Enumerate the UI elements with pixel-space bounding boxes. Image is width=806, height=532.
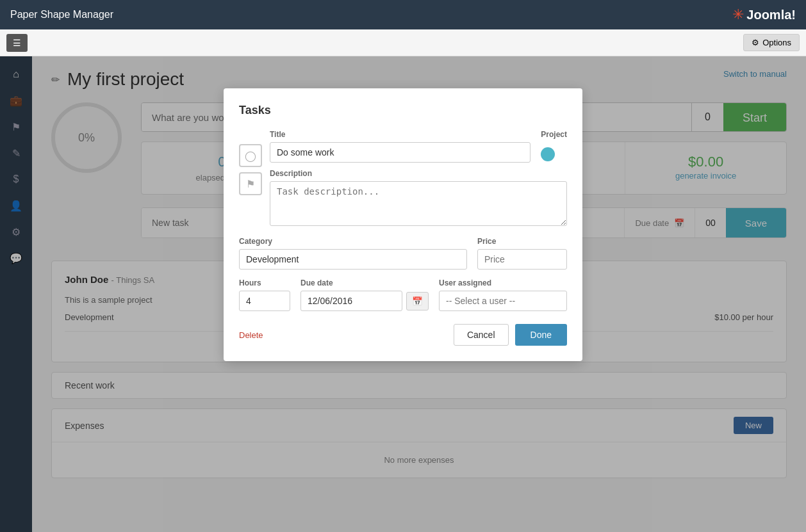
- due-date-group: Due date 📅: [300, 278, 429, 311]
- options-button[interactable]: ⚙ Options: [743, 34, 800, 51]
- project-group: Project: [541, 130, 567, 161]
- user-assigned-input[interactable]: [439, 291, 567, 311]
- modal-overlay: Tasks ◯ ⚑ Title Project: [0, 56, 806, 532]
- title-group: Title: [270, 130, 530, 163]
- category-price-row: Category Price: [239, 237, 567, 270]
- calendar-picker-button[interactable]: 📅: [406, 292, 429, 310]
- options-label: Options: [762, 38, 791, 47]
- description-label: Description: [270, 169, 567, 178]
- app-title: Paper Shape Manager: [10, 9, 113, 20]
- menu-button[interactable]: ☰: [6, 34, 28, 52]
- done-button[interactable]: Done: [515, 324, 567, 346]
- toolbar: ☰ ⚙ Options: [0, 29, 806, 56]
- description-group: Description: [270, 169, 567, 228]
- price-label: Price: [477, 237, 567, 246]
- joomla-text: Joomla!: [746, 8, 796, 22]
- hours-input[interactable]: [239, 291, 290, 311]
- category-input[interactable]: [239, 249, 467, 270]
- user-assigned-label: User assigned: [439, 278, 567, 287]
- title-label: Title: [270, 130, 530, 139]
- gear-icon: ⚙: [752, 38, 759, 47]
- modal-title: Tasks: [239, 104, 567, 117]
- joomla-logo: ✳ Joomla!: [732, 6, 796, 23]
- category-group: Category: [239, 237, 467, 270]
- title-input[interactable]: [270, 142, 530, 163]
- delete-link[interactable]: Delete: [239, 330, 263, 340]
- project-label: Project: [541, 130, 567, 139]
- hours-label: Hours: [239, 278, 290, 287]
- hours-date-user-row: Hours Due date 📅 User assigned: [239, 278, 567, 311]
- footer-buttons: Cancel Done: [454, 324, 567, 346]
- project-color-dot[interactable]: [541, 147, 555, 161]
- task-flag-icon[interactable]: ⚑: [239, 172, 262, 195]
- due-date-input-row: 📅: [300, 291, 429, 311]
- user-assigned-group: User assigned: [439, 278, 567, 311]
- description-input[interactable]: [270, 181, 567, 226]
- joomla-icon: ✳: [732, 6, 744, 23]
- tasks-modal: Tasks ◯ ⚑ Title Project: [224, 88, 582, 361]
- task-timer-icon[interactable]: ◯: [239, 144, 262, 167]
- topbar: Paper Shape Manager ✳ Joomla!: [0, 0, 806, 29]
- cancel-button[interactable]: Cancel: [454, 324, 509, 346]
- price-group: Price: [477, 237, 567, 270]
- due-date-field-label: Due date: [300, 278, 429, 287]
- modal-footer: Delete Cancel Done: [239, 324, 567, 346]
- hours-group: Hours: [239, 278, 290, 311]
- price-input[interactable]: [477, 249, 567, 270]
- due-date-input[interactable]: [300, 291, 402, 311]
- category-label: Category: [239, 237, 467, 246]
